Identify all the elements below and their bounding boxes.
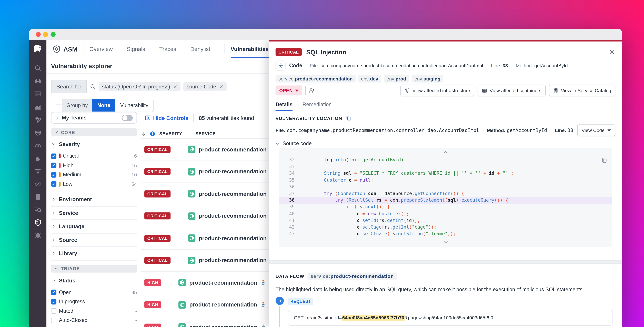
checkbox[interactable]: ✓ — [51, 153, 56, 159]
rail-infrastructure-icon[interactable] — [34, 116, 41, 123]
panel-tab-remediation[interactable]: Remediation — [302, 102, 332, 111]
tab-vulnerabilities[interactable]: Vulnerabilities — [231, 40, 269, 58]
facet-severity-header[interactable]: Severity — [52, 141, 137, 147]
checkbox[interactable] — [51, 308, 56, 314]
close-window-button[interactable] — [36, 32, 41, 37]
facet-item-in-progress[interactable]: ✓In progress- — [51, 297, 137, 306]
service-tag[interactable]: service:product-recommendation — [308, 272, 397, 280]
sort-descending-icon[interactable] — [141, 131, 146, 136]
my-teams-filter[interactable]: My Teams — [51, 112, 137, 124]
group-by-option-vulnerability[interactable]: Vulnerability — [115, 99, 153, 112]
rail-performance-icon[interactable] — [34, 142, 41, 149]
service-name[interactable]: product-recommendation — [189, 280, 257, 286]
checkbox[interactable]: ✓ — [51, 163, 56, 168]
source-type: Code — [289, 63, 302, 68]
facet-sidebar: CORE Severity ✓Critical6✓High15✓Medium10… — [51, 128, 137, 325]
facet-item-open[interactable]: ✓Open85 — [51, 288, 137, 297]
rail-integrations-icon[interactable] — [34, 155, 41, 162]
tab-signals[interactable]: Signals — [127, 40, 145, 58]
facet-library-header[interactable]: Library — [51, 246, 137, 260]
copy-icon[interactable] — [601, 157, 607, 163]
tab-denylist[interactable]: Denylist — [190, 40, 210, 58]
rail-dashboards-icon[interactable] — [34, 90, 41, 98]
checkbox[interactable]: ✓ — [51, 172, 56, 178]
tab-overview[interactable]: Overview — [89, 40, 113, 58]
panel-tab-details[interactable]: Details — [276, 102, 292, 111]
view-affected-containers-button[interactable]: View affected containers — [478, 84, 546, 96]
scroll-down-icon[interactable] — [279, 240, 612, 245]
status-dropdown[interactable]: OPEN — [276, 86, 302, 96]
service-name[interactable]: product-recommendation — [199, 213, 266, 219]
source-code-toggle[interactable]: Source code — [276, 141, 312, 146]
assign-user-button[interactable] — [306, 84, 318, 96]
tag-pill[interactable]: env:staging — [412, 75, 443, 82]
group-by-option-none[interactable]: None — [92, 99, 115, 112]
facet-group-triage[interactable]: TRIAGE — [51, 264, 137, 272]
service-name[interactable]: product-recommendation — [199, 235, 266, 242]
severity-badge: HIGH — [144, 324, 161, 327]
rail-security-icon[interactable] — [34, 219, 41, 226]
rail-network-icon[interactable] — [34, 232, 41, 239]
copy-icon[interactable] — [346, 116, 351, 121]
zoom-window-button[interactable] — [51, 32, 56, 37]
tag-pill[interactable]: env:dev — [358, 75, 381, 82]
my-teams-label: My Teams — [62, 115, 119, 121]
tab-traces[interactable]: Traces — [159, 40, 176, 58]
view-affected-infrastructure-button[interactable]: View affected infrastructure — [400, 84, 474, 96]
facet-item-low[interactable]: ✓Low54 — [51, 180, 137, 189]
search-icon — [90, 84, 96, 89]
query-connector — [56, 93, 62, 105]
search-filter-pill[interactable]: source:Code✕ — [183, 82, 226, 91]
service-name[interactable]: product-recommendation — [199, 168, 266, 175]
service-name[interactable]: product-recommendation — [199, 191, 266, 197]
tag-pill[interactable]: service:product-recommendation — [276, 75, 356, 82]
service-name[interactable]: product-recommendation — [189, 324, 257, 327]
rail-log-explorer-icon[interactable] — [34, 206, 41, 213]
rail-binoculars-icon[interactable] — [34, 78, 41, 85]
facet-service-header[interactable]: Service — [51, 206, 137, 220]
view-in-service-catalog-button[interactable]: View in Service Catalog — [549, 84, 615, 96]
checkbox[interactable] — [51, 318, 56, 323]
rail-logs-icon[interactable] — [34, 168, 41, 175]
datadog-logo-icon[interactable] — [32, 44, 43, 55]
facet-item-medium[interactable]: ✓Medium10 — [51, 170, 137, 180]
checkbox[interactable]: ✓ — [51, 182, 56, 187]
rail-ci-pipelines-icon[interactable] — [34, 180, 41, 188]
remove-filter-icon[interactable]: ✕ — [219, 84, 223, 89]
window-titlebar[interactable] — [29, 29, 622, 41]
remove-filter-icon[interactable]: ✕ — [173, 84, 177, 89]
results-count: 85 vulnerabilities found — [199, 115, 254, 121]
vulnerability-location-heading: VULNERABILITY LOCATION — [276, 116, 342, 120]
minimize-window-button[interactable] — [43, 32, 48, 37]
scroll-up-icon[interactable] — [279, 150, 612, 155]
close-icon[interactable] — [609, 49, 615, 55]
rail-metrics-icon[interactable] — [34, 103, 41, 110]
search-filter-pill[interactable]: status:(Open OR In progress)✕ — [99, 82, 180, 91]
facet-group-core[interactable]: CORE — [51, 128, 137, 136]
severity-badge: CRITICAL — [144, 168, 170, 175]
rail-notebooks-icon[interactable] — [34, 193, 41, 200]
my-teams-toggle[interactable] — [122, 115, 133, 121]
checkbox[interactable]: ✓ — [51, 299, 56, 304]
facet-item-muted[interactable]: Muted- — [51, 306, 137, 316]
facet-item-high[interactable]: ✓High15 — [51, 161, 137, 170]
facet-count: - — [135, 318, 137, 323]
rail-apm-icon[interactable] — [34, 129, 41, 136]
facet-status-header[interactable]: Status — [52, 277, 137, 284]
facet-item-auto-closed[interactable]: Auto-Closed- — [51, 316, 137, 325]
service-globe-icon — [188, 190, 196, 198]
checkbox[interactable]: ✓ — [51, 290, 56, 295]
service-name[interactable]: product-recommendation — [199, 257, 266, 264]
facet-source-header[interactable]: Source — [51, 233, 137, 246]
service-name[interactable]: product-recommendation — [199, 146, 266, 153]
service-name[interactable]: product-recommendation — [189, 302, 257, 308]
facet-item-critical[interactable]: ✓Critical6 — [51, 152, 137, 161]
info-icon[interactable] — [150, 131, 155, 136]
hide-controls-link[interactable]: Hide Controls — [145, 115, 188, 121]
severity-badge: HIGH — [144, 279, 161, 286]
facet-environment-header[interactable]: Environment — [51, 193, 137, 206]
rail-search-icon[interactable] — [34, 65, 41, 72]
facet-language-header[interactable]: Language — [51, 220, 137, 233]
tag-pill[interactable]: env:prod — [384, 75, 409, 82]
view-code-button[interactable]: View Code — [577, 124, 615, 136]
